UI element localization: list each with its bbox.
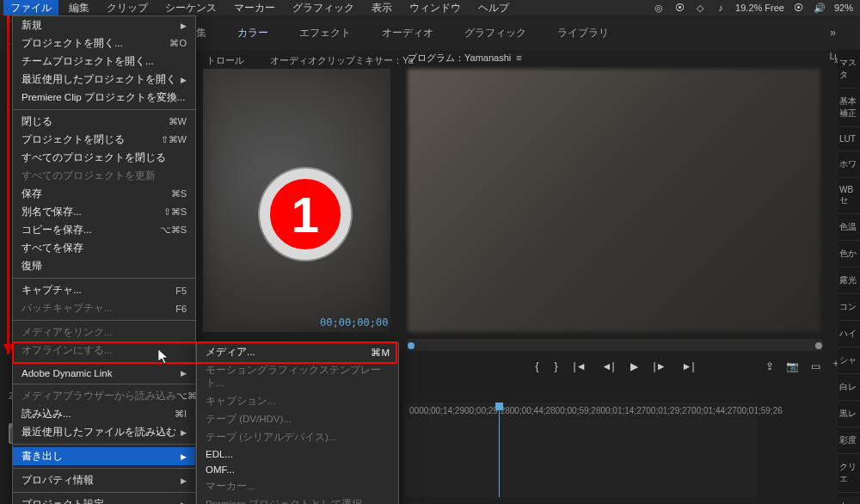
timeline-playhead[interactable] [499, 403, 500, 497]
file-menu-item-12[interactable]: コピーを保存...⌥⌘S [13, 221, 195, 239]
file-menu-item-7[interactable]: プロジェクトを閉じる⇧⌘W [13, 131, 195, 149]
file-menu-item-32[interactable]: プロジェクト設定▶ [13, 495, 195, 504]
file-menu-item-2[interactable]: チームプロジェクトを開く... [13, 52, 195, 71]
lumetri-section-11[interactable]: 白レ [838, 374, 860, 401]
lumetri-section-7[interactable]: 露光 [838, 267, 860, 294]
volume-icon: 🔊 [814, 2, 826, 14]
timeline-scale: 0000;00;14;2900;00;29;2800;00;44;2800;00… [404, 403, 757, 419]
source-timecode: 00;00;00;00 [320, 317, 388, 329]
os-menu-3[interactable]: シーケンス [158, 0, 224, 17]
file-menu-item-0[interactable]: 新規▶ [13, 16, 195, 34]
lumetri-section-13[interactable]: 彩度 [838, 427, 860, 454]
lumetri-section-2[interactable]: LUT [838, 127, 860, 151]
lumetri-section-15[interactable]: カーブ [838, 493, 860, 504]
program-monitor[interactable] [408, 69, 820, 332]
record-icon: ⦿ [673, 2, 685, 14]
play-button[interactable]: ▶ [630, 360, 638, 372]
free-space-text: 19.2% Free [735, 3, 784, 13]
file-menu-item-28[interactable]: 書き出し▶ [13, 447, 195, 465]
os-menu-0[interactable]: ファイル [3, 0, 58, 17]
timeline-tick-0: 00 [409, 406, 419, 415]
os-menu-8[interactable]: ヘルプ [471, 0, 516, 17]
os-menu-7[interactable]: ウィンドウ [402, 0, 468, 17]
lumetri-section-5[interactable]: 色温 [838, 214, 860, 241]
program-panel-tab[interactable]: プログラム：Yamanashi ≡ [408, 52, 522, 65]
export-submenu-item-8: Premiere プロジェクトとして選択... [197, 495, 398, 504]
transport-controls: { } |◄ ◄| ▶ |► ►| ⇪ 📷 ▭ [408, 356, 822, 377]
playhead-end-icon[interactable] [815, 342, 822, 349]
step-fwd-button[interactable]: |► [654, 360, 666, 372]
file-menu-item-13[interactable]: すべてを保存 [13, 239, 195, 257]
export-submenu-item-0[interactable]: メディア...⌘M [197, 343, 398, 361]
workspace-tab-6[interactable]: グラフィック [464, 26, 526, 40]
file-menu-item-30[interactable]: プロパティ情報▶ [13, 471, 195, 489]
timeline-tick-4: 00;00;59;28 [556, 406, 601, 415]
workspace-tab-4[interactable]: エフェクト [299, 26, 351, 40]
export-submenu-item-6[interactable]: OMF... [197, 462, 398, 477]
lumetri-section-1[interactable]: 基本補正 [838, 89, 860, 127]
file-menu-item-8[interactable]: すべてのプロジェクトを閉じる [13, 149, 195, 167]
file-menu-item-6[interactable]: 閉じる⌘W [13, 113, 195, 131]
source-panel-tab[interactable]: トロール [206, 54, 244, 67]
export-submenu-item-7: マーカー... [197, 477, 398, 495]
export-submenu-item-5[interactable]: EDL... [197, 446, 398, 462]
file-menu-item-22[interactable]: Adobe Dynamic Link▶ [13, 366, 195, 381]
file-menu-item-1[interactable]: プロジェクトを開く...⌘O [13, 34, 195, 52]
file-menu-item-19: メディアをリンク... [13, 323, 195, 341]
file-menu-item-14[interactable]: 復帰 [13, 257, 195, 275]
os-status: ◎ ⦿ ◇ ♪ 19.2% Free ⦿ 🔊 92% [653, 2, 860, 14]
lumetri-section-4[interactable]: WB セ [838, 178, 860, 214]
playhead-start-icon[interactable] [408, 342, 415, 349]
workspace-more-icon[interactable]: » [830, 27, 836, 39]
timeline-tick-5: 00;01;14;27 [600, 406, 646, 415]
file-menu-item-10[interactable]: 保存⌘S [13, 185, 195, 203]
os-menu-6[interactable]: 表示 [365, 0, 399, 17]
lift-button[interactable]: ⇪ [765, 360, 774, 372]
file-menu-item-3[interactable]: 最近使用したプロジェクトを開く▶ [13, 71, 195, 89]
timeline-tick-8: 00;01;59;26 [737, 406, 783, 415]
lumetri-section-8[interactable]: コン [838, 294, 860, 321]
file-menu-item-26[interactable]: 最近使用したファイルを読み込む▶ [13, 423, 195, 441]
export-submenu-item-4: テープ (シリアルデバイス)... [197, 428, 398, 446]
workspace-tab-3[interactable]: カラー [237, 26, 268, 40]
os-menu-2[interactable]: クリップ [100, 0, 155, 17]
timeline-tick-6: 00;01;29;27 [646, 406, 691, 415]
headphone-icon: ♪ [715, 2, 727, 14]
lumetri-panel: マスタ基本補正LUTホワWB セ色温色か露光コンハイシャ白レ黒レ彩度クリエカーブ [838, 50, 860, 497]
file-menu-item-17: バッチキャプチャ...F6 [13, 299, 195, 317]
os-menu-5[interactable]: グラフィック [286, 0, 361, 17]
lumetri-section-12[interactable]: 黒レ [838, 401, 860, 427]
file-menu-item-25[interactable]: 読み込み...⌘I [13, 405, 195, 423]
lumetri-section-9[interactable]: ハイ [838, 321, 860, 347]
lumetri-section-10[interactable]: シャ [838, 347, 860, 374]
os-menu-1[interactable]: 編集 [62, 0, 96, 17]
os-menus: ファイル編集クリップシーケンスマーカーグラフィック表示ウィンドウヘルプ [0, 0, 516, 17]
step-back-button[interactable]: ◄| [602, 360, 615, 372]
file-menu-item-11[interactable]: 別名で保存...⇧⌘S [13, 203, 195, 221]
os-menu-bar: ファイル編集クリップシーケンスマーカーグラフィック表示ウィンドウヘルプ ◎ ⦿ … [0, 0, 860, 15]
lumetri-section-6[interactable]: 色か [838, 241, 860, 267]
cc-icon: ◎ [653, 2, 665, 14]
wifi-icon: ⦿ [793, 2, 805, 14]
file-menu: 新規▶プロジェクトを開く...⌘Oチームプロジェクトを開く...最近使用したプロ… [12, 15, 196, 504]
program-ruler[interactable] [408, 339, 822, 351]
go-to-in-button[interactable]: |◄ [574, 360, 587, 372]
lumetri-section-14[interactable]: クリエ [838, 454, 860, 493]
workspace-tab-5[interactable]: オーディオ [382, 26, 433, 40]
lumetri-section-0[interactable]: マスタ [838, 50, 860, 89]
timeline-tick-1: 00;00;14;29 [419, 406, 464, 415]
file-menu-item-4[interactable]: Premiere Clip プロジェクトを変換... [13, 89, 195, 107]
file-menu-item-16[interactable]: キャプチャ...F5 [13, 281, 195, 299]
export-frame-button[interactable]: 📷 [786, 360, 799, 372]
timeline-panel[interactable]: 0000;00;14;2900;00;29;2800;00;44;2800;00… [404, 403, 757, 497]
dropbox-icon: ◇ [694, 2, 706, 14]
mixer-panel-tab[interactable]: オーディオクリップミキサー：Ya [270, 54, 414, 67]
mark-out-button[interactable]: } [555, 360, 558, 372]
go-to-out-button[interactable]: ►| [682, 360, 695, 372]
workspace-tab-7[interactable]: ライブラリ [557, 26, 609, 40]
overlay-button[interactable]: ▭ [811, 360, 820, 372]
lumetri-section-3[interactable]: ホワ [838, 151, 860, 178]
battery-text: 92% [834, 3, 853, 13]
mark-in-button[interactable]: { [535, 360, 538, 372]
os-menu-4[interactable]: マーカー [227, 0, 282, 17]
